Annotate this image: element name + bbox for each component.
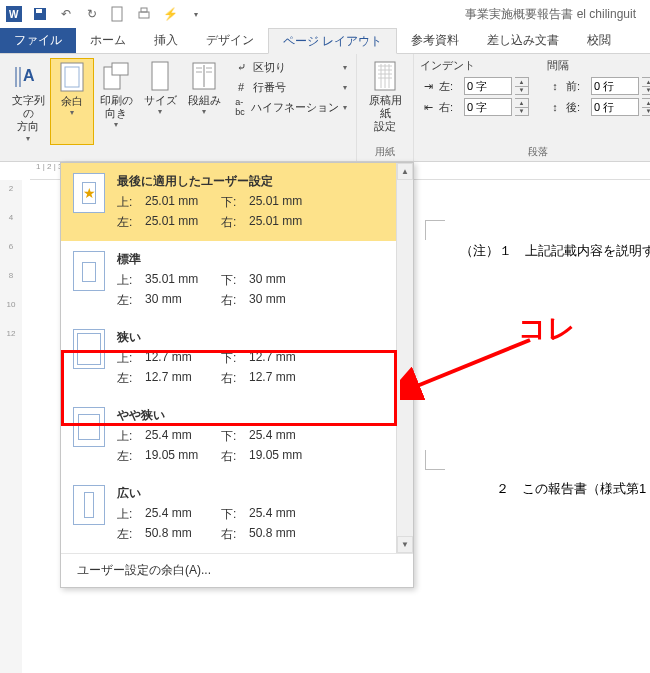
manuscript-icon bbox=[369, 60, 401, 92]
columns-icon bbox=[188, 60, 220, 92]
text-direction-button[interactable]: A 文字列の方向 ▾ bbox=[6, 58, 50, 145]
indent-right-icon: ⇤ bbox=[420, 99, 436, 115]
redo-icon[interactable]: ↻ bbox=[84, 6, 100, 22]
tab-design[interactable]: デザイン bbox=[192, 28, 268, 53]
margin-option-last-custom[interactable]: ★ 最後に適用したユーザー設定 上:25.01 mm 下:25.01 mm 左:… bbox=[61, 163, 413, 241]
margin-thumb-icon bbox=[73, 485, 105, 525]
hyphenation-icon: a-bc bbox=[233, 99, 247, 115]
svg-rect-3 bbox=[36, 9, 42, 13]
spinner-arrows[interactable]: ▲▼ bbox=[642, 98, 650, 116]
margin-option-wide[interactable]: 広い 上:25.4 mm 下:25.4 mm 左:50.8 mm 右:50.8 … bbox=[61, 475, 413, 553]
margin-thumb-icon bbox=[73, 407, 105, 447]
tab-insert[interactable]: 挿入 bbox=[140, 28, 192, 53]
line-numbers-icon: # bbox=[233, 79, 249, 95]
dropdown-scrollbar[interactable]: ▲ ▼ bbox=[396, 163, 413, 553]
vertical-ruler[interactable]: 24681012 bbox=[0, 180, 22, 673]
ribbon-tabs: ファイル ホーム 挿入 デザイン ページ レイアウト 参考資料 差し込み文書 校… bbox=[0, 28, 650, 54]
size-icon bbox=[144, 60, 176, 92]
svg-rect-6 bbox=[141, 8, 147, 12]
qat-more-icon[interactable]: ▾ bbox=[188, 6, 204, 22]
group-paragraph: インデント ⇥ 左: ▲▼ ⇤ 右: ▲▼ bbox=[414, 54, 650, 161]
titlebar: W ↶ ↻ ⚡ ▾ 事業実施概要報告書 el chilinguit bbox=[0, 0, 650, 28]
caret-icon: ▾ bbox=[202, 107, 206, 116]
margin-option-moderate[interactable]: やや狭い 上:25.4 mm 下:25.4 mm 左:19.05 mm 右:19… bbox=[61, 397, 413, 475]
svg-text:W: W bbox=[9, 9, 19, 20]
spacing-after-input[interactable] bbox=[591, 98, 639, 116]
text-direction-icon: A bbox=[12, 60, 44, 92]
margins-dropdown: ★ 最後に適用したユーザー設定 上:25.01 mm 下:25.01 mm 左:… bbox=[60, 162, 414, 588]
spinner-arrows[interactable]: ▲▼ bbox=[515, 77, 529, 95]
tab-file[interactable]: ファイル bbox=[0, 28, 76, 53]
margin-thumb-icon: ★ bbox=[73, 173, 105, 213]
quick-print-icon[interactable]: ⚡ bbox=[162, 6, 178, 22]
svg-text:A: A bbox=[23, 67, 35, 84]
line-numbers-button[interactable]: #行番号▾ bbox=[230, 78, 350, 96]
orientation-button[interactable]: 印刷の向き ▾ bbox=[94, 58, 138, 145]
tab-review[interactable]: 校閲 bbox=[573, 28, 625, 53]
manuscript-button[interactable]: 原稿用紙設定 bbox=[363, 58, 407, 136]
tab-mailings[interactable]: 差し込み文書 bbox=[473, 28, 573, 53]
caret-icon: ▾ bbox=[114, 120, 118, 129]
caret-icon: ▾ bbox=[70, 108, 74, 117]
svg-rect-14 bbox=[152, 62, 168, 90]
spacing-before-icon: ↕ bbox=[547, 78, 563, 94]
annotation-label: コレ bbox=[518, 310, 576, 348]
indent-left-row: ⇥ 左: ▲▼ bbox=[420, 77, 529, 95]
margins-button[interactable]: 余白 ▾ bbox=[50, 58, 94, 145]
margin-thumb-icon bbox=[73, 251, 105, 291]
group-page-setup: A 文字列の方向 ▾ 余白 ▾ 印刷の向き ▾ サイズ ▾ 段組み bbox=[0, 54, 357, 161]
svg-rect-4 bbox=[112, 7, 122, 21]
spacing-after-icon: ↕ bbox=[547, 99, 563, 115]
scroll-down-icon[interactable]: ▼ bbox=[397, 536, 413, 553]
indent-left-input[interactable] bbox=[464, 77, 512, 95]
doc-text-1: （注）１ 上記記載内容を説明す bbox=[460, 242, 650, 260]
document-title: 事業実施概要報告書 el chilinguit bbox=[204, 6, 644, 23]
page-corner-icon bbox=[425, 450, 445, 470]
hyphenation-button[interactable]: a-bcハイフネーション▾ bbox=[230, 98, 350, 116]
print-icon[interactable] bbox=[136, 6, 152, 22]
page-corner-icon bbox=[425, 220, 445, 240]
tab-page-layout[interactable]: ページ レイアウト bbox=[268, 28, 397, 54]
ribbon: A 文字列の方向 ▾ 余白 ▾ 印刷の向き ▾ サイズ ▾ 段組み bbox=[0, 54, 650, 162]
spacing-before-input[interactable] bbox=[591, 77, 639, 95]
tab-references[interactable]: 参考資料 bbox=[397, 28, 473, 53]
caret-icon: ▾ bbox=[26, 134, 30, 143]
caret-icon: ▾ bbox=[158, 107, 162, 116]
orientation-icon bbox=[100, 60, 132, 92]
save-icon[interactable] bbox=[32, 6, 48, 22]
margin-thumb-icon bbox=[73, 329, 105, 369]
columns-button[interactable]: 段組み ▾ bbox=[182, 58, 226, 145]
margin-option-narrow[interactable]: 狭い 上:12.7 mm 下:12.7 mm 左:12.7 mm 右:12.7 … bbox=[61, 319, 413, 397]
doc-text-2: ２ この報告書（様式第1 bbox=[496, 480, 646, 498]
breaks-icon: ⤶ bbox=[233, 59, 249, 75]
scroll-up-icon[interactable]: ▲ bbox=[397, 163, 413, 180]
indent-right-input[interactable] bbox=[464, 98, 512, 116]
spacing-before-row: ↕ 前: ▲▼ bbox=[547, 77, 650, 95]
svg-rect-13 bbox=[112, 63, 128, 75]
new-doc-icon[interactable] bbox=[110, 6, 126, 22]
tab-home[interactable]: ホーム bbox=[76, 28, 140, 53]
size-button[interactable]: サイズ ▾ bbox=[138, 58, 182, 145]
undo-icon[interactable]: ↶ bbox=[58, 6, 74, 22]
spinner-arrows[interactable]: ▲▼ bbox=[515, 98, 529, 116]
word-icon: W bbox=[6, 6, 22, 22]
spacing-after-row: ↕ 後: ▲▼ bbox=[547, 98, 650, 116]
breaks-button[interactable]: ⤶区切り▾ bbox=[230, 58, 350, 76]
quick-access-toolbar: W ↶ ↻ ⚡ ▾ bbox=[6, 6, 204, 22]
spinner-arrows[interactable]: ▲▼ bbox=[642, 77, 650, 95]
group-manuscript: 原稿用紙設定 用紙 bbox=[357, 54, 414, 161]
indent-right-row: ⇤ 右: ▲▼ bbox=[420, 98, 529, 116]
svg-rect-5 bbox=[139, 12, 149, 18]
margins-icon bbox=[56, 61, 88, 93]
indent-left-icon: ⇥ bbox=[420, 78, 436, 94]
custom-margins-button[interactable]: ユーザー設定の余白(A)... bbox=[61, 553, 413, 587]
margin-option-normal[interactable]: 標準 上:35.01 mm 下:30 mm 左:30 mm 右:30 mm bbox=[61, 241, 413, 319]
